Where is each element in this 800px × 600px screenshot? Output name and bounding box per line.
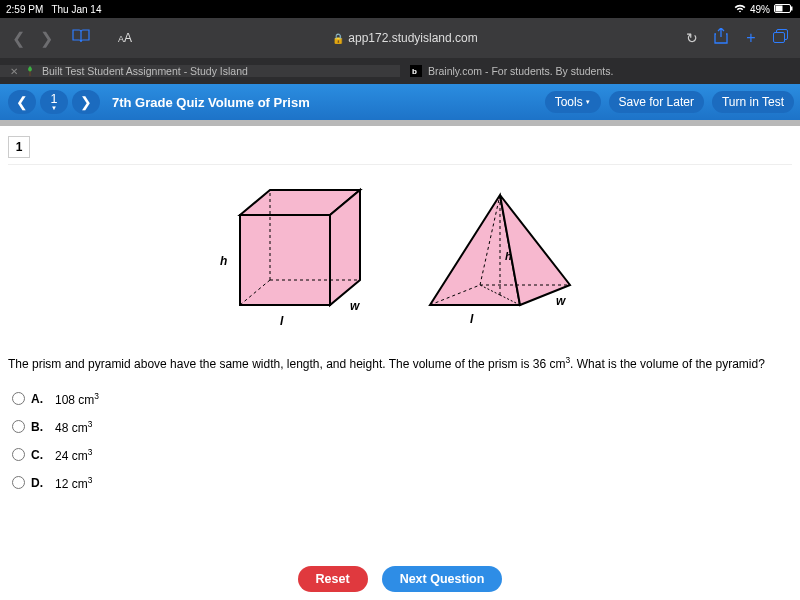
battery-pct: 49% (750, 4, 770, 15)
status-right: 49% (734, 4, 794, 15)
svg-rect-4 (774, 33, 785, 43)
svg-text:b: b (412, 67, 417, 76)
close-tab-icon[interactable]: ✕ (10, 66, 18, 77)
forward-button[interactable]: ❯ (36, 29, 56, 48)
wifi-icon (734, 4, 746, 15)
prev-question-button[interactable]: ❮ (8, 90, 36, 114)
back-button[interactable]: ❮ (8, 29, 28, 48)
svg-rect-5 (30, 71, 31, 76)
chevron-down-icon: ▼ (51, 105, 57, 111)
status-left: 2:59 PM Thu Jan 14 (6, 4, 101, 15)
url-bar[interactable]: 🔒 app172.studyisland.com (140, 31, 670, 45)
question-number: 1 (51, 93, 58, 106)
answer-radio-d[interactable] (12, 476, 25, 489)
quiz-title: 7th Grade Quiz Volume of Prism (112, 95, 310, 110)
prism-w-label: w (350, 299, 360, 313)
url-text: app172.studyisland.com (348, 31, 477, 45)
pyramid-figure: h w l (410, 185, 590, 335)
turn-in-test-button[interactable]: Turn in Test (712, 91, 794, 113)
answer-list: A. 108 cm3 B. 48 cm3 C. 24 cm3 D. 12 cm3 (8, 391, 792, 491)
bookmarks-icon[interactable] (72, 29, 90, 47)
next-question-nav-button[interactable]: ❯ (72, 90, 100, 114)
prism-h-label: h (220, 254, 227, 268)
prism-figure: h w l (210, 175, 380, 335)
answer-option-c[interactable]: C. 24 cm3 (12, 447, 792, 463)
svg-rect-2 (791, 6, 793, 10)
answer-radio-b[interactable] (12, 420, 25, 433)
tools-button[interactable]: Tools▼ (545, 91, 601, 113)
pyramid-w-label: w (556, 294, 566, 308)
new-tab-icon[interactable]: + (740, 29, 762, 47)
svg-marker-8 (240, 215, 330, 305)
question-content: 1 h w l h w l The (0, 126, 800, 600)
question-number-pill[interactable]: 1 ▼ (40, 90, 68, 114)
tab-active-label: Built Test Student Assignment - Study Is… (42, 65, 248, 77)
next-question-button[interactable]: Next Question (382, 566, 503, 592)
tab-studyisland[interactable]: ✕ Built Test Student Assignment - Study … (0, 65, 400, 77)
question-prompt: The prism and pyramid above have the sam… (8, 355, 792, 373)
reload-button[interactable]: ↻ (682, 30, 702, 46)
status-time: 2:59 PM (6, 4, 43, 15)
tab-row: ✕ Built Test Student Assignment - Study … (0, 58, 800, 84)
tab-brainly[interactable]: b Brainly.com - For students. By student… (400, 65, 800, 77)
prism-l-label: l (280, 314, 284, 328)
svg-rect-1 (776, 5, 783, 11)
pyramid-l-label: l (470, 312, 474, 326)
answer-radio-c[interactable] (12, 448, 25, 461)
battery-icon (774, 4, 794, 15)
quiz-actions: Tools▼ Save for Later Turn in Test (545, 91, 794, 113)
answer-option-b[interactable]: B. 48 cm3 (12, 419, 792, 435)
lock-icon: 🔒 (332, 33, 344, 44)
quiz-bar: ❮ 1 ▼ ❯ 7th Grade Quiz Volume of Prism T… (0, 84, 800, 120)
figures: h w l h w l (8, 175, 792, 335)
tabs-icon[interactable] (770, 29, 792, 47)
answer-option-a[interactable]: A. 108 cm3 (12, 391, 792, 407)
tab-other-label: Brainly.com - For students. By students. (428, 65, 613, 77)
question-number-box: 1 (8, 136, 30, 158)
status-date: Thu Jan 14 (51, 4, 101, 15)
browser-toolbar: ❮ ❯ AA 🔒 app172.studyisland.com ↻ + (0, 18, 800, 58)
answer-radio-a[interactable] (12, 392, 25, 405)
save-for-later-button[interactable]: Save for Later (609, 91, 704, 113)
studyisland-favicon (24, 65, 36, 77)
brainly-favicon: b (410, 65, 422, 77)
share-icon[interactable] (710, 28, 732, 48)
text-size-button[interactable]: AA (118, 31, 132, 45)
answer-option-d[interactable]: D. 12 cm3 (12, 475, 792, 491)
pyramid-h-label: h (505, 250, 512, 262)
footer-buttons: Reset Next Question (0, 566, 800, 592)
divider (8, 164, 792, 165)
status-bar: 2:59 PM Thu Jan 14 49% (0, 0, 800, 18)
reset-button[interactable]: Reset (298, 566, 368, 592)
